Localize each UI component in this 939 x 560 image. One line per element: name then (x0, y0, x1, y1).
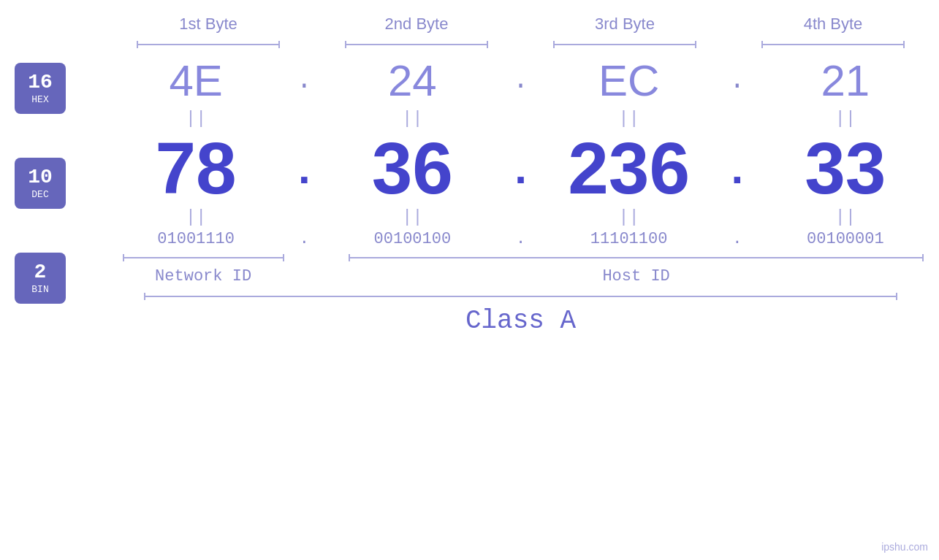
bin-badge-num: 2 (34, 261, 47, 284)
dec-byte2: 36 (319, 131, 506, 204)
dot3: . (723, 66, 752, 96)
top-bracket-byte2 (327, 41, 506, 48)
dot1: . (289, 66, 319, 96)
dec-byte3: 236 (536, 131, 723, 204)
hex-byte2: 24 (319, 55, 506, 106)
top-bracket-byte4 (744, 41, 923, 48)
header-byte4: 4th Byte (744, 15, 923, 41)
dec-byte1: 78 (102, 131, 289, 204)
bin-badge: 2 BIN (15, 253, 66, 304)
top-brackets (119, 41, 923, 48)
bin-byte1: 01001110 (102, 230, 289, 248)
class-bracket (144, 293, 897, 300)
content-area: 16 HEX 10 DEC 2 BIN 4E . 24 (0, 55, 939, 336)
dec-row: 78 . 36 . 236 . 33 (102, 131, 939, 204)
main-container: 1st Byte 2nd Byte 3rd Byte 4th Byte (0, 0, 939, 560)
bin-dot2: . (506, 230, 536, 248)
host-bracket (349, 254, 924, 261)
dec-badge-label: DEC (31, 189, 48, 200)
network-bracket (123, 254, 284, 261)
bin-byte3: 11101100 (536, 230, 723, 248)
top-bracket-byte1 (119, 41, 298, 48)
dec-badge: 10 DEC (15, 158, 66, 209)
watermark: ipshu.com (881, 541, 928, 553)
hex-byte3: EC (536, 55, 723, 106)
header-byte1: 1st Byte (119, 15, 298, 41)
bin-dot3: . (723, 230, 752, 248)
dec-dot1: . (289, 143, 319, 193)
network-id-label: Network ID (155, 267, 251, 285)
bin-badge-label: BIN (31, 284, 48, 295)
class-section: Class A (102, 293, 939, 336)
bin-byte4: 00100001 (752, 230, 939, 248)
header-byte2: 2nd Byte (327, 15, 506, 41)
bin-row: 01001110 . 00100100 . 11101100 . 0010000… (102, 230, 939, 248)
hex-byte1: 4E (102, 55, 289, 106)
header-byte3: 3rd Byte (536, 15, 715, 41)
hex-row: 4E . 24 . EC . 21 (102, 55, 939, 106)
hex-badge-num: 16 (28, 72, 53, 94)
bottom-brackets-row: Network ID Host ID (102, 254, 939, 285)
class-label: Class A (465, 306, 576, 336)
host-id-label: Host ID (602, 267, 669, 285)
badges-column: 16 HEX 10 DEC 2 BIN (0, 55, 102, 304)
values-area: 4E . 24 . EC . 21 || || (102, 55, 939, 336)
hex-badge: 16 HEX (15, 63, 66, 114)
bin-dot1: . (289, 230, 319, 248)
dec-badge-num: 10 (28, 166, 53, 189)
network-id-section: Network ID (102, 254, 304, 285)
host-id-section: Host ID (333, 254, 939, 285)
dec-dot2: . (506, 143, 536, 193)
dot2: . (506, 66, 536, 96)
hex-badge-label: HEX (31, 94, 48, 105)
hex-byte4: 21 (752, 55, 939, 106)
top-bracket-byte3 (536, 41, 715, 48)
dec-byte4: 33 (752, 131, 939, 204)
dec-dot3: . (723, 143, 752, 193)
byte-headers: 1st Byte 2nd Byte 3rd Byte 4th Byte (119, 15, 923, 41)
bin-byte2: 00100100 (319, 230, 506, 248)
